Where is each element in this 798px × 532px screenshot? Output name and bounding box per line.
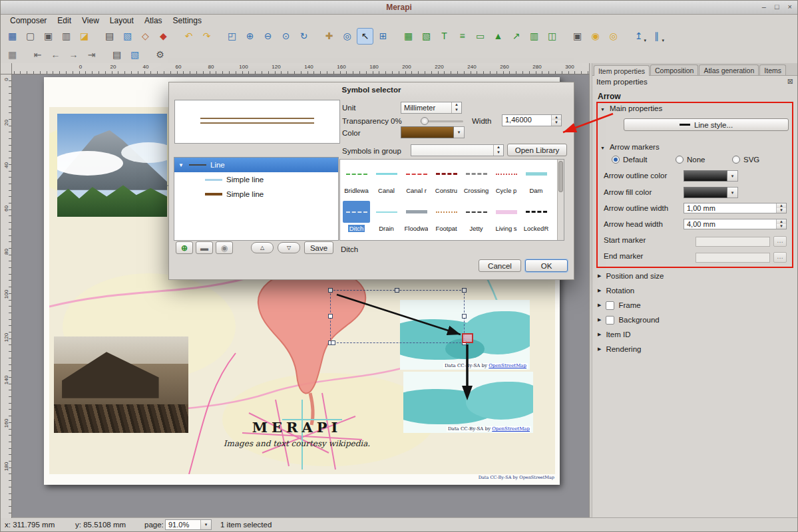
menu-edit[interactable]: Edit [52, 15, 77, 26]
map-title[interactable]: MERAPI [210, 419, 383, 436]
symbol-living-street[interactable]: Living s [491, 199, 521, 237]
tab-item-properties[interactable]: Item properties [594, 65, 650, 76]
symbol-construction[interactable]: Constru [431, 161, 461, 199]
selection-handle[interactable] [328, 288, 333, 293]
menu-view[interactable]: View [77, 15, 104, 26]
move-item-content-icon[interactable]: ⊞ [375, 28, 391, 45]
radio-svg[interactable]: SVG [732, 156, 759, 164]
separator[interactable] [216, 28, 222, 45]
transparency-slider[interactable] [421, 120, 463, 122]
add-new-scalebar-icon[interactable]: ▭ [472, 28, 489, 45]
expander-icon[interactable]: ▼ [178, 162, 185, 168]
slider-knob[interactable] [421, 117, 429, 125]
atlas-settings-icon[interactable]: ⚙ [152, 47, 168, 63]
checkbox[interactable] [606, 301, 614, 310]
line-style-button[interactable]: Line style... [624, 118, 789, 131]
symbol-ditch[interactable]: Ditch [341, 199, 371, 237]
print-icon[interactable]: ▤ [101, 28, 118, 45]
separator[interactable] [393, 28, 399, 45]
unit-select[interactable]: Millimeter ▲▼ [401, 102, 462, 114]
spinner-arrows[interactable]: ▲▼ [776, 203, 786, 213]
tree-item-simple-line-1[interactable]: Simple line [174, 172, 338, 187]
tab-atlas-generation[interactable]: Atlas generation [699, 65, 759, 75]
arrow-fill-color-button[interactable]: ▾ [684, 187, 738, 198]
expand-up-button[interactable]: △ [251, 242, 274, 253]
add-new-map-icon[interactable]: ▦ [400, 28, 417, 45]
selection-handle[interactable] [462, 314, 467, 319]
menu-layout[interactable]: Layout [104, 15, 139, 26]
radio-icon[interactable] [732, 156, 740, 164]
width-input[interactable]: 1,46000 ▲▼ [502, 114, 562, 126]
checkbox[interactable] [606, 316, 614, 325]
start-marker-browse-button[interactable]: … [773, 236, 787, 247]
start-marker-field[interactable] [696, 237, 770, 247]
undo-icon[interactable]: ↶ [180, 28, 197, 45]
export-as-pdf-icon[interactable]: ◆ [155, 28, 172, 45]
chevron-down-icon[interactable]: ▲▼ [493, 145, 503, 156]
tab-composition[interactable]: Composition [650, 65, 698, 75]
panel-close-icon[interactable]: ⊠ [787, 77, 793, 86]
section-position-and-size[interactable]: Position and size [598, 269, 792, 283]
symbol-cycle-path[interactable]: Cycle p [491, 161, 521, 199]
arrow-head-width-input[interactable]: 4,00 mm ▲▼ [684, 219, 787, 229]
load-from-template-icon[interactable]: ◪ [76, 28, 93, 45]
section-item-id[interactable]: Item ID [598, 327, 792, 342]
menu-composer[interactable]: Composer [5, 15, 52, 26]
arrow-markers-header[interactable]: Arrow markers [600, 143, 660, 151]
spinner-arrows[interactable]: ▲▼ [776, 219, 786, 229]
separator[interactable] [144, 47, 150, 63]
destroyed-house-photo[interactable] [54, 336, 188, 433]
add-basic-shape-icon[interactable]: ▲ [490, 28, 506, 45]
symbol-bridleway[interactable]: Bridlewa [341, 161, 371, 199]
zoom-tool-icon[interactable]: ◎ [339, 28, 355, 45]
composition-manager-icon[interactable]: ▥ [58, 28, 75, 45]
separator[interactable] [313, 28, 319, 45]
add-new-legend-icon[interactable]: ≡ [454, 28, 471, 45]
align-items-icon[interactable]: ∥ ▾ [648, 28, 665, 45]
selection-handle[interactable] [395, 288, 399, 293]
maximize-button[interactable]: □ [775, 3, 779, 11]
arrow-outline-color-button[interactable]: ▾ [684, 170, 738, 182]
symbol-jetty[interactable]: Jetty [461, 199, 491, 237]
selection-handle[interactable] [462, 288, 467, 293]
unlock-all-icon[interactable]: ◎ [605, 28, 622, 45]
tab-items[interactable]: Items [759, 65, 786, 75]
close-button[interactable]: × [788, 3, 792, 11]
duplicate-composition-icon[interactable]: ▣ [40, 28, 57, 45]
symbol-canal[interactable]: Canal [371, 161, 401, 199]
section-frame[interactable]: Frame [598, 298, 792, 313]
symbol-group-select[interactable]: ▲▼ [411, 144, 504, 156]
scrollbar-thumb[interactable] [558, 161, 563, 192]
new-composition-icon[interactable]: ▢ [22, 28, 39, 45]
chevron-down-icon[interactable]: ▾ [727, 170, 738, 182]
map-caption[interactable]: Images and text courtesy wikipedia. [164, 439, 430, 448]
add-image-icon[interactable]: ▧ [418, 28, 435, 45]
chevron-down-icon[interactable]: ▾ [200, 520, 211, 529]
add-attribute-table-icon[interactable]: ▥ [526, 28, 542, 45]
spinner-arrows[interactable]: ▲▼ [451, 102, 461, 113]
export-as-svg-icon[interactable]: ◇ [137, 28, 154, 45]
export-as-image-icon[interactable]: ▧ [119, 28, 136, 45]
select-move-item-icon[interactable]: ↖ [357, 28, 373, 45]
chevron-down-icon[interactable]: ▾ [662, 38, 664, 43]
zoom-out-icon[interactable]: ⊖ [260, 28, 276, 45]
next-feature-icon[interactable]: → [65, 47, 82, 63]
lock-button[interactable]: ◉ [216, 241, 233, 254]
color-button[interactable]: ▾ [401, 126, 465, 138]
radio-default[interactable]: Default [612, 156, 647, 164]
tree-item-simple-line-2[interactable]: Simple line [174, 187, 338, 201]
symbol-dam[interactable]: Dam [521, 161, 551, 199]
chevron-down-icon[interactable]: ▾ [727, 187, 738, 198]
save-symbol-button[interactable]: Save [304, 241, 333, 254]
group-items-icon[interactable]: ▣ [569, 28, 586, 45]
menu-atlas[interactable]: Atlas [139, 15, 168, 26]
first-feature-icon[interactable]: ⇤ [29, 47, 46, 63]
last-feature-icon[interactable]: ⇥ [83, 47, 100, 63]
radio-icon[interactable] [676, 156, 684, 164]
menu-settings[interactable]: Settings [168, 15, 207, 26]
arrow-outline-width-input[interactable]: 1,00 mm ▲▼ [684, 203, 787, 213]
selected-arrow-item[interactable] [462, 333, 473, 343]
separator[interactable] [173, 28, 179, 45]
export-atlas-icon[interactable]: ▧ [126, 47, 143, 63]
add-symbol-button[interactable]: ⊕ [176, 241, 193, 254]
